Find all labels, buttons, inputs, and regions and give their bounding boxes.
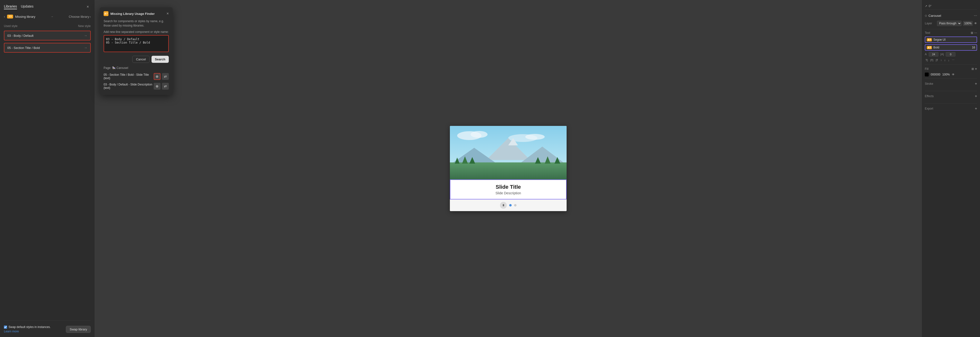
- result-1-actions: ⊕ ⇄: [154, 73, 169, 80]
- angle-icon: ↗: [925, 5, 927, 8]
- canvas-area: Slide Title Slide Description ⏸: [95, 0, 922, 337]
- add-fill-button[interactable]: +: [975, 67, 977, 71]
- col-new-style: New style: [78, 24, 91, 28]
- tab-updates[interactable]: Updates: [21, 5, 33, 9]
- stroke-label: Stroke: [925, 82, 933, 85]
- dot-1[interactable]: [509, 204, 512, 206]
- dialog-title: A? Missing Library Usage Finder: [103, 11, 155, 16]
- style-row-1[interactable]: 03 - Body / Default →: [4, 31, 91, 40]
- color-swatch[interactable]: [925, 73, 929, 77]
- font-row: A? Segoe UI: [925, 37, 977, 43]
- col-used-style: Used style: [4, 24, 18, 28]
- export-section: Export +: [925, 103, 977, 112]
- valign-middle-button[interactable]: ↕: [943, 58, 947, 62]
- result-row-1: 05 - Section Title / Bold - Slide Title …: [103, 72, 169, 81]
- fill-option-1[interactable]: ⊞: [972, 67, 974, 71]
- swap-library-button[interactable]: Swap library: [66, 326, 91, 333]
- dialog-description: Search for components or styles by name,…: [103, 19, 169, 28]
- style-row-2[interactable]: 05 - Section Title / Bold →: [4, 43, 91, 53]
- font-badge: A?: [927, 38, 932, 42]
- slide-controls: ⏸: [450, 200, 566, 211]
- right-panel: ↗ 0° ◇ Carousel ··· Layer Pass through 👁…: [922, 0, 980, 337]
- back-button[interactable]: ‹: [4, 14, 5, 19]
- pause-button[interactable]: ⏸: [500, 202, 507, 209]
- search-textarea[interactable]: 03 - Body / Default 05 - Section Title /…: [103, 35, 169, 52]
- diamond-icon: ◇: [925, 14, 927, 17]
- text-more-button[interactable]: ⋯: [951, 58, 955, 62]
- stroke-row: Stroke +: [925, 81, 977, 87]
- text-section: Text ⊞ ⋯ A? Segoe UI A? Bold 16 A |A| T|…: [925, 29, 977, 64]
- layer-row: Layer Pass through 👁: [925, 20, 977, 27]
- slide-image: [450, 126, 566, 179]
- stroke-section: Stroke +: [925, 78, 977, 87]
- add-stroke-button[interactable]: +: [975, 81, 977, 86]
- dot-2[interactable]: [514, 204, 517, 206]
- effects-label: Effects: [925, 94, 934, 98]
- add-to-selection-button-2[interactable]: ⊕: [154, 83, 161, 89]
- add-effect-button[interactable]: +: [975, 94, 977, 98]
- footer-left: Swap default styles in instances. Learn …: [4, 325, 51, 333]
- arrow-icon-1: →: [84, 34, 87, 37]
- export-label: Export: [925, 107, 933, 110]
- effects-section: Effects +: [925, 91, 977, 99]
- fill-label: Fill: [925, 67, 928, 70]
- align-center-button[interactable]: |T|: [930, 58, 934, 62]
- layer-label: Layer: [925, 22, 932, 25]
- search-button[interactable]: Search: [151, 56, 169, 63]
- dialog-header: A? Missing Library Usage Finder ×: [103, 11, 169, 16]
- result-row-2: 03 - Body / Default - Slide Description …: [103, 81, 169, 91]
- mountain-svg: [450, 126, 566, 179]
- text-icons: ⊞ ⋯: [971, 31, 977, 35]
- panel-tabs: Libraries Updates: [4, 5, 33, 9]
- align-left-button[interactable]: T|: [925, 58, 929, 62]
- opacity-input[interactable]: [963, 21, 973, 26]
- text-metrics: A |A|: [925, 52, 977, 56]
- svg-point-2: [471, 131, 488, 138]
- line-height-input[interactable]: [929, 52, 939, 56]
- swap-style-button-2[interactable]: ⇄: [162, 83, 169, 89]
- close-panel-button[interactable]: ×: [85, 4, 91, 10]
- text-option-1[interactable]: ⊞: [971, 31, 973, 35]
- line-height-label: A: [925, 53, 927, 56]
- choose-library-link[interactable]: Choose library ›: [69, 15, 91, 19]
- input-label: Add new-line separated component or styl…: [103, 30, 169, 34]
- font-style-row: A? Bold 16: [925, 44, 977, 51]
- missing-library-badge: ??: [7, 14, 13, 19]
- text-option-2[interactable]: ⋯: [974, 31, 977, 35]
- visibility-toggle[interactable]: 👁: [974, 22, 977, 25]
- valign-top-button[interactable]: ↑: [940, 58, 943, 62]
- dialog-close-button[interactable]: ×: [167, 11, 169, 16]
- style-table-header: Used style New style: [4, 23, 91, 29]
- text-label: Text: [925, 31, 930, 35]
- font-weight: Bold: [933, 46, 939, 49]
- blend-mode-select[interactable]: Pass through: [937, 21, 961, 26]
- result-2-actions: ⊕ ⇄: [154, 83, 169, 89]
- carousel-name: ◇ Carousel: [925, 14, 941, 18]
- align-right-button[interactable]: |T: [935, 58, 939, 62]
- carousel-header: ◇ Carousel ···: [925, 13, 977, 18]
- checkbox-row: Swap default styles in instances.: [4, 325, 51, 329]
- libraries-panel: Libraries Updates × ‹ ?? Missing library…: [0, 0, 95, 337]
- checkbox-label: Swap default styles in instances.: [8, 325, 51, 329]
- library-nav: ‹ ?? Missing library → Choose library ›: [4, 14, 91, 19]
- align-row: T| |T| |T ↑ ↕ ↓ ⋯: [925, 58, 977, 62]
- font-name: Segoe UI: [933, 38, 975, 42]
- slide-description: Slide Description: [454, 191, 562, 195]
- font-size: 16: [972, 46, 975, 49]
- fill-visibility-toggle[interactable]: 👁: [952, 73, 955, 76]
- more-options-button[interactable]: ···: [974, 13, 977, 18]
- cancel-button[interactable]: Cancel: [132, 56, 149, 63]
- learn-more-link[interactable]: Learn more: [4, 330, 51, 333]
- add-to-selection-button-1[interactable]: ⊕: [154, 73, 161, 80]
- fill-header: Fill ⊞ +: [925, 67, 977, 71]
- tab-libraries[interactable]: Libraries: [4, 5, 17, 9]
- page-label: Page: 🎠 Carousel: [103, 66, 169, 70]
- panel-footer: Swap default styles in instances. Learn …: [4, 320, 91, 333]
- swap-style-button-1[interactable]: ⇄: [162, 73, 169, 80]
- swap-styles-checkbox[interactable]: [4, 326, 7, 329]
- export-row: Export +: [925, 105, 977, 112]
- valign-bottom-button[interactable]: ↓: [947, 58, 950, 62]
- slide-preview: Slide Title Slide Description ⏸: [450, 126, 566, 211]
- add-export-button[interactable]: +: [975, 106, 977, 111]
- letter-spacing-input[interactable]: [946, 52, 955, 56]
